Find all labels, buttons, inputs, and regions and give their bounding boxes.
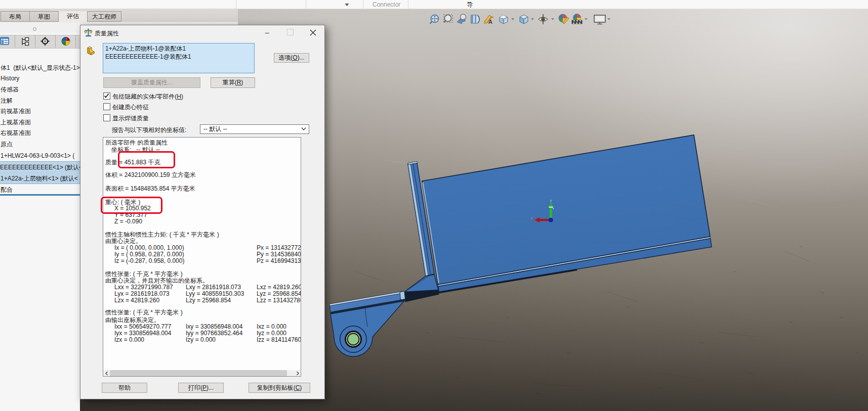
svg-text:x: x bbox=[531, 216, 533, 220]
svg-text:A: A bbox=[488, 19, 492, 25]
svg-text:Y: Y bbox=[550, 199, 552, 203]
